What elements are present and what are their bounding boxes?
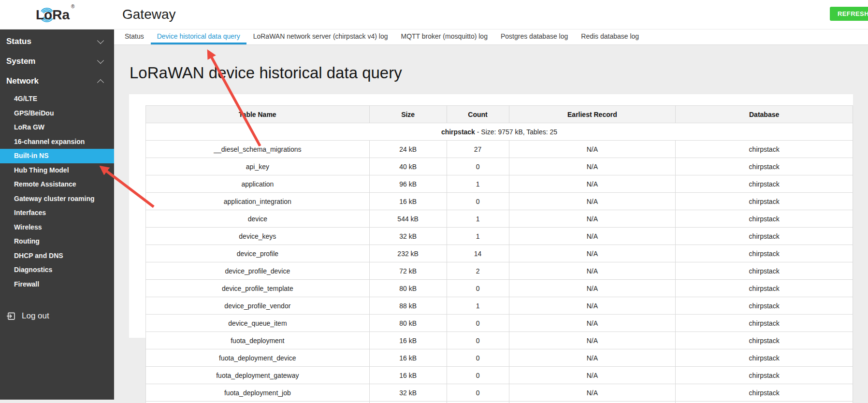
table-row: __diesel_schema_migrations24 kB27N/Achir… [146, 141, 853, 158]
cell: 16 kB [369, 332, 447, 349]
cell: device_profile_device [146, 262, 370, 280]
sidebar-item-4g-lte[interactable]: 4G/LTE [0, 92, 114, 106]
svg-text:LoRa: LoRa [36, 7, 70, 22]
cell: N/A [509, 297, 676, 315]
column-header-size: Size [369, 106, 447, 123]
tab-device-historical-data-query[interactable]: Device historical data query [151, 29, 246, 44]
sidebar-item-16-channel-expansion[interactable]: 16-channel expansion [0, 135, 114, 149]
database-group-summary: chirpstack - Size: 9757 kB, Tables: 25 [146, 123, 853, 141]
logout-icon [6, 311, 16, 321]
sidebar-item-gps-beidou[interactable]: GPS/BeiDou [0, 106, 114, 121]
cell: 544 kB [369, 210, 447, 228]
sidebar-item-gateway-cluster-roaming[interactable]: Gateway cluster roaming [0, 192, 114, 206]
cell: 2 [447, 262, 509, 280]
tab-status[interactable]: Status [118, 29, 150, 44]
sidebar-item-diagnostics[interactable]: Diagnostics [0, 263, 114, 277]
cell: N/A [509, 384, 676, 402]
cell: 0 [447, 315, 509, 332]
cell: 14 [447, 245, 509, 262]
cell: device_profile_template [146, 280, 370, 297]
cell: chirpstack [676, 349, 853, 367]
cell: 0 [447, 349, 509, 367]
cell: 27 [447, 141, 509, 158]
page-title: LoRaWAN device historical data query [130, 64, 402, 82]
refresh-button[interactable]: REFRESHING [830, 7, 868, 21]
cell: 0 [447, 332, 509, 349]
page-header-title: Gateway [122, 7, 176, 22]
cell: 16 kB [369, 349, 447, 367]
cell: 16 kB [369, 193, 447, 210]
chevron-down-icon [97, 57, 104, 63]
cell: 32 kB [369, 384, 447, 402]
cell: 0 [447, 193, 509, 210]
database-group-row: chirpstack - Size: 9757 kB, Tables: 25 [146, 123, 853, 141]
column-header-database: Database [676, 106, 853, 123]
cell: 72 kB [369, 262, 447, 280]
cell: N/A [509, 332, 676, 349]
sidebar-section-status[interactable]: Status [0, 31, 114, 51]
cell: chirpstack [676, 210, 853, 228]
sidebar-item-wireless[interactable]: Wireless [0, 220, 114, 235]
tab-postgres-database-log[interactable]: Postgres database log [494, 29, 574, 44]
cell: N/A [509, 175, 676, 193]
sidebar: Status System Network 4G/LTEGPS/BeiDouLo… [0, 29, 114, 400]
sidebar-section-system[interactable]: System [0, 51, 114, 71]
cell: N/A [509, 402, 676, 403]
table-row: application_integration16 kB0N/Achirpsta… [146, 193, 853, 210]
table-row: gateway224 kB2N/Achirpstack [146, 402, 853, 403]
sidebar-item-built-in-ns[interactable]: Built-in NS [0, 149, 114, 163]
table-row: device_profile_vendor88 kB1N/Achirpstack [146, 297, 853, 315]
column-header-table-name: Table Name [146, 106, 370, 123]
cell: chirpstack [676, 158, 853, 175]
sidebar-item-firewall[interactable]: Firewall [0, 277, 114, 292]
cell: chirpstack [676, 228, 853, 245]
sidebar-section-network[interactable]: Network [0, 71, 114, 91]
table-row: device_profile232 kB14N/Achirpstack [146, 245, 853, 262]
cell: N/A [509, 193, 676, 210]
lora-logo-icon: LoRa ® [29, 1, 82, 28]
cell: 24 kB [369, 141, 447, 158]
table-row: fuota_deployment_device16 kB0N/Achirpsta… [146, 349, 853, 367]
cell: 96 kB [369, 175, 447, 193]
cell: 80 kB [369, 315, 447, 332]
cell: fuota_deployment [146, 332, 370, 349]
cell: 1 [447, 228, 509, 245]
sidebar-item-lora-gw[interactable]: LoRa GW [0, 120, 114, 135]
table-row: device_profile_device72 kB2N/Achirpstack [146, 262, 853, 280]
cell: device_profile_vendor [146, 297, 370, 315]
cell: 0 [447, 367, 509, 384]
cell: 1 [447, 210, 509, 228]
cell: N/A [509, 280, 676, 297]
cell: 80 kB [369, 280, 447, 297]
cell: fuota_deployment_job [146, 384, 370, 402]
cell: 1 [447, 175, 509, 193]
tab-redis-database-log[interactable]: Redis database log [575, 29, 645, 44]
cell: N/A [509, 210, 676, 228]
sidebar-item-dhcp-and-dns[interactable]: DHCP and DNS [0, 249, 114, 263]
svg-text:®: ® [71, 4, 75, 9]
cell: fuota_deployment_device [146, 349, 370, 367]
cell: N/A [509, 262, 676, 280]
sidebar-item-routing[interactable]: Routing [0, 234, 114, 249]
cell: api_key [146, 158, 370, 175]
tab-mqtt-broker-mosquitto-log[interactable]: MQTT broker (mosquitto) log [394, 29, 493, 44]
cell: device_queue_item [146, 315, 370, 332]
table-row: fuota_deployment16 kB0N/Achirpstack [146, 332, 853, 349]
sidebar-item-hub-thing-model[interactable]: Hub Thing Model [0, 163, 114, 178]
lora-logo: LoRa ® [29, 1, 82, 29]
cell: chirpstack [676, 141, 853, 158]
table-row: device_queue_item80 kB0N/Achirpstack [146, 315, 853, 332]
sidebar-item-remote-assistance[interactable]: Remote Assistance [0, 177, 114, 192]
cell: __diesel_schema_migrations [146, 141, 370, 158]
column-header-count: Count [447, 106, 509, 123]
tab-lorawan-network-server-chirpstack-v4-log[interactable]: LoRaWAN network server (chirpstack v4) l… [247, 29, 394, 44]
logout-button[interactable]: Log out [6, 311, 49, 321]
cell: device_profile [146, 245, 370, 262]
cell: 224 kB [369, 402, 447, 403]
database-tables-table: Table Name Size Count Earliest Record Da… [145, 105, 853, 403]
sidebar-item-interfaces[interactable]: Interfaces [0, 206, 114, 220]
cell: N/A [509, 349, 676, 367]
table-row: device544 kB1N/Achirpstack [146, 210, 853, 228]
cell: device_keys [146, 228, 370, 245]
table-header-row: Table Name Size Count Earliest Record Da… [146, 106, 853, 123]
